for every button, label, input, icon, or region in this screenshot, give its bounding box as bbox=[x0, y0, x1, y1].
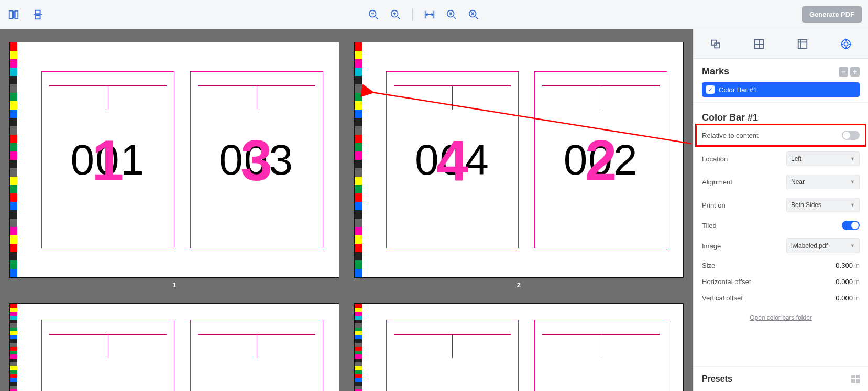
svg-rect-3 bbox=[35, 15, 40, 18]
sheet[interactable]: 00440022 bbox=[354, 42, 684, 278]
color-bar bbox=[355, 304, 362, 391]
sheet-label: 2 bbox=[354, 281, 684, 289]
zoom-in-icon[interactable] bbox=[388, 7, 403, 22]
svg-rect-12 bbox=[798, 39, 807, 48]
top-toolbar: Generate PDF bbox=[0, 0, 868, 29]
presets-row: Presets bbox=[694, 366, 868, 391]
svg-rect-0 bbox=[9, 10, 13, 18]
page-cell[interactable]: 0033 bbox=[190, 71, 323, 248]
tiled-row: Tiled bbox=[694, 216, 868, 234]
color-bar bbox=[10, 304, 17, 391]
hoff-value[interactable]: 0.000in bbox=[836, 278, 860, 286]
sidebar: Marks − + ✓ Color Bar #1 Color Bar #1 Re… bbox=[693, 29, 868, 391]
printon-row: Print on Both Sides▼ bbox=[694, 193, 868, 216]
zoom-reset-icon[interactable] bbox=[466, 7, 481, 22]
zoom-actual-icon[interactable] bbox=[444, 7, 459, 22]
printon-label: Print on bbox=[702, 201, 726, 209]
canvas-area[interactable]: 001100331004400222 bbox=[0, 29, 693, 391]
sheet[interactable]: 00110033 bbox=[9, 42, 339, 278]
open-color-bars-folder-link[interactable]: Open color bars folder bbox=[750, 314, 812, 321]
generate-pdf-button[interactable]: Generate PDF bbox=[802, 6, 862, 23]
size-value[interactable]: 0.300in bbox=[836, 262, 860, 269]
color-bar bbox=[10, 42, 17, 277]
page-cell[interactable] bbox=[190, 320, 323, 391]
sheet[interactable] bbox=[354, 303, 684, 391]
alignment-select[interactable]: Near▼ bbox=[786, 175, 860, 189]
page-cell[interactable]: 0022 bbox=[534, 71, 667, 248]
size-label: Size bbox=[702, 262, 715, 269]
relative-to-content-row: Relative to content bbox=[696, 124, 866, 146]
properties-title: Color Bar #1 bbox=[694, 103, 868, 123]
mark-item-colorbar1[interactable]: ✓ Color Bar #1 bbox=[702, 82, 860, 97]
page-cell[interactable]: 0011 bbox=[41, 71, 174, 248]
page-cell[interactable] bbox=[386, 320, 519, 391]
printon-select[interactable]: Both Sides▼ bbox=[786, 198, 860, 212]
tiled-toggle[interactable] bbox=[842, 221, 860, 230]
sheet[interactable] bbox=[9, 303, 339, 391]
checkmark-icon[interactable]: ✓ bbox=[706, 85, 715, 94]
sidebar-tabs bbox=[694, 29, 868, 59]
image-row: Image iwlabeled.pdf▼ bbox=[694, 234, 868, 257]
color-bar bbox=[355, 42, 362, 277]
page-number-pink: 2 bbox=[585, 127, 617, 193]
hoff-label: Horizontal offset bbox=[702, 278, 751, 286]
presets-label: Presets bbox=[702, 374, 732, 384]
page-number-pink: 3 bbox=[240, 127, 272, 193]
image-select[interactable]: iwlabeled.pdf▼ bbox=[786, 238, 860, 253]
marks-list-section: Marks − + ✓ Color Bar #1 bbox=[694, 59, 868, 103]
tab-grid-icon[interactable] bbox=[751, 36, 767, 52]
size-row: Size 0.300in bbox=[694, 257, 868, 274]
relative-label: Relative to content bbox=[702, 132, 759, 139]
layout-icon-b[interactable] bbox=[30, 7, 45, 22]
zoom-out-icon[interactable] bbox=[366, 7, 381, 22]
svg-rect-2 bbox=[35, 10, 40, 13]
svg-point-14 bbox=[844, 42, 848, 46]
alignment-row: Alignment Near▼ bbox=[694, 170, 868, 193]
hoff-row: Horizontal offset 0.000in bbox=[694, 274, 868, 290]
voff-row: Vertical offset 0.000in bbox=[694, 290, 868, 306]
tab-marks-icon[interactable] bbox=[838, 36, 854, 52]
presets-grid-icon[interactable] bbox=[851, 375, 860, 383]
tab-templates-icon[interactable] bbox=[708, 36, 723, 52]
location-row: Location Left▼ bbox=[694, 147, 868, 170]
mark-item-label: Color Bar #1 bbox=[719, 86, 757, 94]
page-number-pink: 1 bbox=[92, 127, 124, 193]
relative-toggle[interactable] bbox=[842, 131, 860, 140]
marks-title: Marks bbox=[702, 66, 729, 77]
voff-value[interactable]: 0.000in bbox=[836, 294, 860, 302]
page-cell[interactable]: 0044 bbox=[386, 71, 519, 248]
svg-rect-1 bbox=[15, 10, 18, 18]
location-select[interactable]: Left▼ bbox=[786, 151, 860, 166]
page-number-pink: 4 bbox=[436, 127, 468, 193]
fit-width-icon[interactable] bbox=[422, 7, 437, 22]
location-label: Location bbox=[702, 155, 728, 163]
layout-icon-a[interactable] bbox=[6, 7, 21, 22]
page-cell[interactable] bbox=[41, 320, 174, 391]
add-mark-button[interactable]: + bbox=[850, 67, 860, 77]
page-cell[interactable] bbox=[534, 320, 667, 391]
image-label: Image bbox=[702, 242, 721, 250]
sheet-label: 1 bbox=[9, 281, 339, 289]
tiled-label: Tiled bbox=[702, 222, 717, 230]
alignment-label: Alignment bbox=[702, 178, 732, 186]
voff-label: Vertical offset bbox=[702, 294, 743, 302]
remove-mark-button[interactable]: − bbox=[839, 67, 848, 77]
tab-margins-icon[interactable] bbox=[795, 36, 810, 52]
divider bbox=[412, 9, 413, 20]
